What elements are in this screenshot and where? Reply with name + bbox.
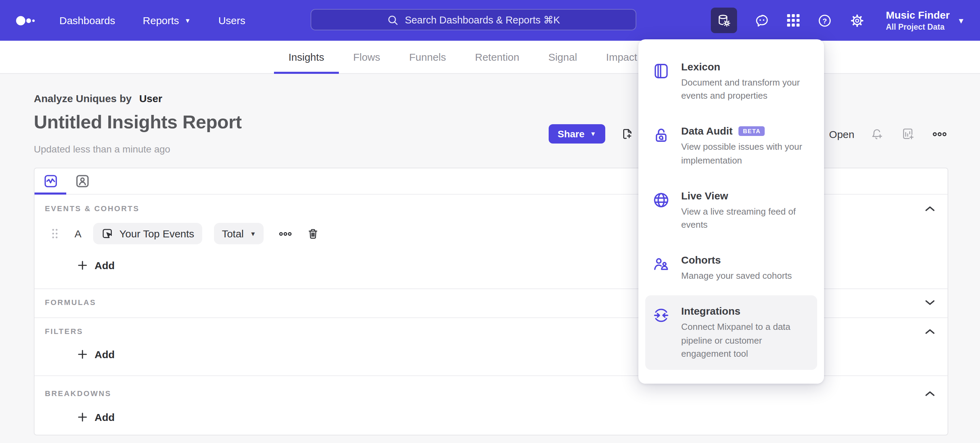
drag-handle-icon[interactable] <box>52 229 58 239</box>
nav-users-label: Users <box>218 14 245 26</box>
search-placeholder: Search Dashboards & Reports ⌘K <box>405 14 560 25</box>
menu-item-title: Live View <box>681 190 810 202</box>
more-options-icon <box>279 231 292 237</box>
tab-impact-label: Impact <box>606 51 637 63</box>
create-alert-button[interactable] <box>869 125 885 142</box>
nav-users[interactable]: Users <box>218 14 245 26</box>
menu-item-text: Data AuditBETA View possible issues with… <box>681 125 810 167</box>
chevron-up-icon <box>925 206 935 212</box>
analyze-value-dropdown[interactable]: User <box>139 92 162 104</box>
project-selector[interactable]: Music Finder All Project Data ▼ <box>886 9 965 32</box>
aggregation-selector[interactable]: Total ▼ <box>214 223 264 244</box>
analyze-label: Analyze Uniques by <box>34 92 132 104</box>
tab-signal[interactable]: Signal <box>534 41 592 73</box>
search-input[interactable]: Search Dashboards & Reports ⌘K <box>310 9 636 30</box>
nav-reports[interactable]: Reports▼ <box>143 14 191 26</box>
delete-event-button[interactable] <box>306 226 320 241</box>
nav-reports-label: Reports <box>143 14 179 26</box>
events-view-tab[interactable] <box>35 168 66 194</box>
project-name: Music Finder <box>886 9 950 22</box>
caret-down-icon: ▼ <box>250 230 256 237</box>
live-view-icon <box>652 190 670 232</box>
menu-item-title: Cohorts <box>681 254 792 266</box>
new-report-icon <box>621 128 633 140</box>
report-title[interactable]: Untitled Insights Report <box>34 112 242 133</box>
apps-grid-icon[interactable] <box>786 14 800 27</box>
menu-item-description: View a live streaming feed of events <box>681 206 796 230</box>
tab-funnels-label: Funnels <box>409 51 446 63</box>
feedback-icon[interactable] <box>754 13 769 28</box>
menu-item-text: Cohorts Manage your saved cohorts <box>681 254 792 282</box>
menu-item-description: Connect Mixpanel to a data pipeline or c… <box>681 322 791 359</box>
filters-section-label: FILTERS <box>45 327 83 335</box>
menu-item-integrations[interactable]: Integrations Connect Mixpanel to a data … <box>645 296 817 370</box>
nav-dashboards-label: Dashboards <box>59 14 115 26</box>
topbar-icon-group: ? Music Finder All Project Data ▼ <box>711 0 965 41</box>
open-report-label: Open <box>829 128 854 140</box>
plus-icon <box>78 350 87 359</box>
add-to-board-icon <box>901 127 915 141</box>
share-button[interactable]: Share ▼ <box>549 124 605 143</box>
tab-insights[interactable]: Insights <box>274 41 339 73</box>
menu-item-text: Lexicon Document and transform your even… <box>681 61 810 102</box>
menu-item-lexicon[interactable]: Lexicon Document and transform your even… <box>638 51 824 112</box>
filters-collapse-button[interactable] <box>923 325 937 338</box>
search-icon <box>387 14 398 25</box>
event-selector[interactable]: Your Top Events <box>93 223 202 244</box>
help-icon[interactable]: ? <box>817 13 832 28</box>
formulas-section-label: FORMULAS <box>45 298 96 306</box>
event-row-more-button[interactable] <box>277 229 293 238</box>
add-breakdown-label: Add <box>95 411 115 423</box>
menu-item-description: View possible issues with your implement… <box>681 142 802 165</box>
top-navigation-bar: Dashboards Reports▼ Users Search Dashboa… <box>0 0 980 41</box>
event-row-letter: A <box>75 228 81 240</box>
menu-item-title: Integrations <box>681 305 810 317</box>
aggregation-label: Total <box>222 228 243 240</box>
add-event-button[interactable]: Add <box>78 259 115 271</box>
mixpanel-logo-icon[interactable] <box>14 13 37 31</box>
events-collapse-button[interactable] <box>923 202 937 215</box>
menu-item-live-view[interactable]: Live View View a live streaming feed of … <box>638 180 824 241</box>
settings-gear-icon[interactable] <box>849 13 864 28</box>
app-window: Dashboards Reports▼ Users Search Dashboa… <box>0 0 980 443</box>
add-to-board-button[interactable] <box>900 125 916 142</box>
menu-item-data-audit[interactable]: Data AuditBETA View possible issues with… <box>638 116 824 177</box>
menu-item-title: Lexicon <box>681 61 810 73</box>
events-section-label: EVENTS & COHORTS <box>45 204 139 213</box>
insights-chart-icon <box>43 174 57 188</box>
top-nav-links: Dashboards Reports▼ Users <box>59 0 245 41</box>
project-scope: All Project Data <box>886 22 950 32</box>
more-options-icon <box>932 131 947 137</box>
profiles-view-tab[interactable] <box>66 168 98 194</box>
analyze-uniques-row: Analyze Uniques by User <box>34 92 162 104</box>
project-selector-text: Music Finder All Project Data <box>886 9 950 32</box>
tab-funnels[interactable]: Funnels <box>395 41 461 73</box>
breakdowns-collapse-button[interactable] <box>923 387 937 400</box>
menu-item-description: Document and transform your events and p… <box>681 77 800 101</box>
caret-down-icon: ▼ <box>957 16 965 24</box>
menu-item-cohorts[interactable]: Cohorts Manage your saved cohorts <box>638 244 824 292</box>
data-audit-icon <box>652 125 670 167</box>
more-options-button[interactable] <box>931 129 948 138</box>
menu-item-description: Manage your saved cohorts <box>681 270 792 281</box>
tab-flows-label: Flows <box>353 51 380 63</box>
add-filter-button[interactable]: Add <box>78 348 115 360</box>
add-breakdown-button[interactable]: Add <box>78 411 115 423</box>
report-tab-bar: Insights Flows Funnels Retention Signal … <box>0 41 980 74</box>
share-button-label: Share <box>558 129 585 140</box>
tab-flows[interactable]: Flows <box>339 41 395 73</box>
alert-bell-plus-icon <box>870 127 884 141</box>
updated-timestamp: Updated less than a minute ago <box>34 143 170 154</box>
menu-item-title: Data AuditBETA <box>681 125 810 137</box>
tab-retention[interactable]: Retention <box>461 41 534 73</box>
plus-icon <box>78 261 87 270</box>
plus-icon <box>78 413 87 422</box>
event-selector-label: Your Top Events <box>119 228 194 240</box>
data-management-icon[interactable] <box>711 8 737 33</box>
add-filter-label: Add <box>95 348 115 360</box>
nav-dashboards[interactable]: Dashboards <box>59 14 115 26</box>
formulas-expand-button[interactable] <box>923 296 937 309</box>
breakdowns-section-label: BREAKDOWNS <box>45 389 111 397</box>
beta-badge: BETA <box>739 126 765 136</box>
menu-item-text: Live View View a live streaming feed of … <box>681 190 810 232</box>
